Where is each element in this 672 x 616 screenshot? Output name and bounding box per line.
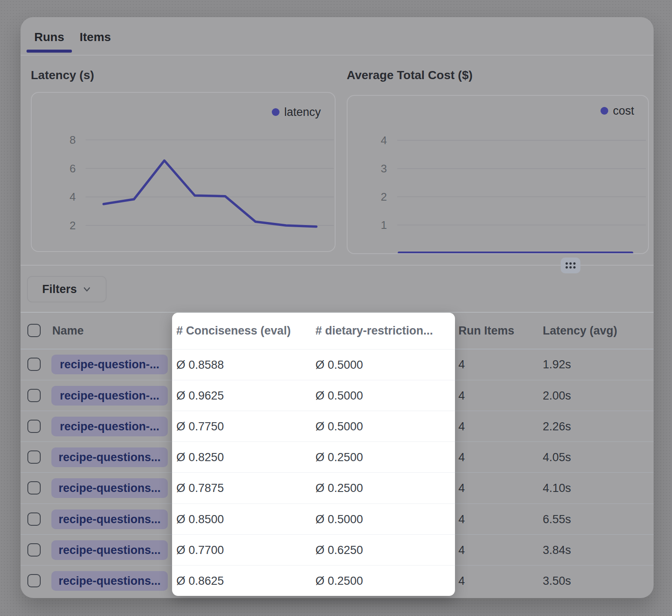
row-checkbox[interactable] (27, 420, 41, 433)
row-checkbox[interactable] (27, 543, 41, 557)
spotlight-row: Ø 0.7875 Ø 0.2500 (172, 472, 455, 503)
latency-chart-container: latency 2468 (31, 92, 336, 252)
latency-data-line (104, 160, 316, 226)
cost-chart-container: cost 1234 (347, 95, 649, 254)
highlighted-eval-columns: # Conciseness (eval) # dietary-restricti… (172, 313, 455, 596)
dietary-cell: Ø 0.5000 (315, 349, 363, 380)
run-items-cell: 4 (458, 349, 465, 380)
run-items-cell: 4 (458, 473, 465, 503)
latency-chart-title: Latency (s) (31, 68, 94, 82)
cost-chart-title: Average Total Cost ($) (347, 68, 473, 82)
filters-button[interactable]: Filters (27, 276, 107, 302)
chevron-down-icon (82, 284, 92, 294)
y-axis-tick-label: 8 (70, 133, 76, 146)
conciseness-cell: Ø 0.8588 (176, 349, 224, 380)
dietary-cell: Ø 0.5000 (315, 504, 363, 535)
tab-items[interactable]: Items (80, 30, 111, 44)
grid-dots-icon (561, 258, 580, 273)
latency-line-chart: latency 2468 (32, 93, 335, 251)
spotlight-row: Ø 0.8500 Ø 0.5000 (172, 503, 455, 535)
spotlight-row: Ø 0.8250 Ø 0.2500 (172, 441, 455, 473)
spotlight-row: Ø 0.8588 Ø 0.5000 (172, 349, 455, 380)
latency-cell: 1.92s (543, 349, 571, 380)
active-tab-indicator (27, 50, 72, 53)
y-axis-tick-label: 3 (381, 162, 387, 175)
conciseness-cell: Ø 0.8625 (176, 566, 224, 596)
column-header-dietary-restriction[interactable]: # dietary-restriction... (315, 313, 433, 349)
dietary-cell: Ø 0.2500 (315, 473, 363, 503)
cost-line-chart: cost 1234 (348, 96, 648, 253)
spotlight-row: Ø 0.9625 Ø 0.5000 (172, 380, 455, 411)
run-name-badge[interactable]: recipe-questions... (51, 571, 168, 591)
y-axis-tick-label: 2 (70, 219, 76, 232)
run-name-badge[interactable]: recipe-question-... (51, 386, 168, 406)
latency-cell: 2.00s (543, 380, 571, 411)
y-axis-tick-label: 4 (70, 190, 76, 203)
y-axis-tick-label: 2 (381, 190, 387, 203)
spotlight-row: Ø 0.8625 Ø 0.2500 (172, 565, 455, 596)
run-items-cell: 4 (458, 380, 465, 411)
latency-cell: 6.55s (543, 504, 571, 535)
latency-cell: 2.26s (543, 411, 571, 442)
run-name-badge[interactable]: recipe-question-... (51, 417, 168, 436)
row-checkbox[interactable] (27, 389, 41, 402)
latency-cell: 3.84s (543, 535, 571, 566)
spotlight-row: Ø 0.7750 Ø 0.5000 (172, 411, 455, 442)
run-name-badge[interactable]: recipe-question-... (51, 355, 168, 374)
row-checkbox[interactable] (27, 574, 41, 587)
column-header-latency[interactable]: Latency (avg) (543, 312, 617, 349)
run-items-cell: 4 (458, 442, 465, 473)
run-items-cell: 4 (458, 566, 465, 596)
section-divider (21, 265, 654, 266)
run-name-badge[interactable]: recipe-questions... (51, 478, 168, 498)
tab-runs[interactable]: Runs (34, 30, 64, 44)
run-items-cell: 4 (458, 535, 465, 566)
conciseness-cell: Ø 0.8250 (176, 442, 224, 473)
latency-cell: 3.50s (543, 566, 571, 596)
conciseness-cell: Ø 0.9625 (176, 380, 224, 411)
row-checkbox[interactable] (27, 481, 41, 495)
y-axis-tick-label: 4 (381, 134, 387, 147)
row-checkbox[interactable] (27, 512, 41, 526)
conciseness-cell: Ø 0.7875 (176, 473, 224, 503)
select-all-checkbox[interactable] (27, 324, 41, 337)
cost-legend-dot (601, 107, 608, 115)
row-checkbox[interactable] (27, 450, 41, 464)
dietary-cell: Ø 0.2500 (315, 442, 363, 473)
tabs-divider (21, 55, 654, 56)
run-name-badge[interactable]: recipe-questions... (51, 509, 168, 529)
latency-cell: 4.10s (543, 473, 571, 503)
column-header-run-items[interactable]: Run Items (458, 312, 514, 349)
latency-cell: 4.05s (543, 442, 571, 473)
conciseness-cell: Ø 0.7700 (176, 535, 224, 566)
run-items-cell: 4 (458, 504, 465, 535)
row-checkbox[interactable] (27, 358, 41, 371)
dietary-cell: Ø 0.6250 (315, 535, 363, 566)
page-background: Runs Items Latency (s) Average Total Cos… (0, 0, 672, 616)
dietary-cell: Ø 0.2500 (315, 566, 363, 596)
conciseness-cell: Ø 0.7750 (176, 411, 224, 442)
filters-button-label: Filters (42, 283, 77, 296)
y-axis-tick-label: 1 (381, 219, 387, 231)
run-name-badge[interactable]: recipe-questions... (51, 540, 168, 560)
spotlight-row: Ø 0.7700 Ø 0.6250 (172, 534, 455, 566)
y-axis-tick-label: 6 (70, 162, 76, 175)
column-header-name[interactable]: Name (52, 312, 84, 349)
conciseness-cell: Ø 0.8500 (176, 504, 224, 535)
column-header-conciseness[interactable]: # Conciseness (eval) (176, 313, 291, 349)
dietary-cell: Ø 0.5000 (315, 411, 363, 442)
dietary-cell: Ø 0.5000 (315, 380, 363, 411)
cost-legend-label[interactable]: cost (613, 104, 634, 117)
latency-legend-label[interactable]: latency (284, 106, 321, 118)
run-items-cell: 4 (458, 411, 465, 442)
drag-handle-icon[interactable] (561, 258, 580, 273)
run-name-badge[interactable]: recipe-questions... (51, 447, 168, 467)
latency-legend-dot (272, 108, 280, 116)
